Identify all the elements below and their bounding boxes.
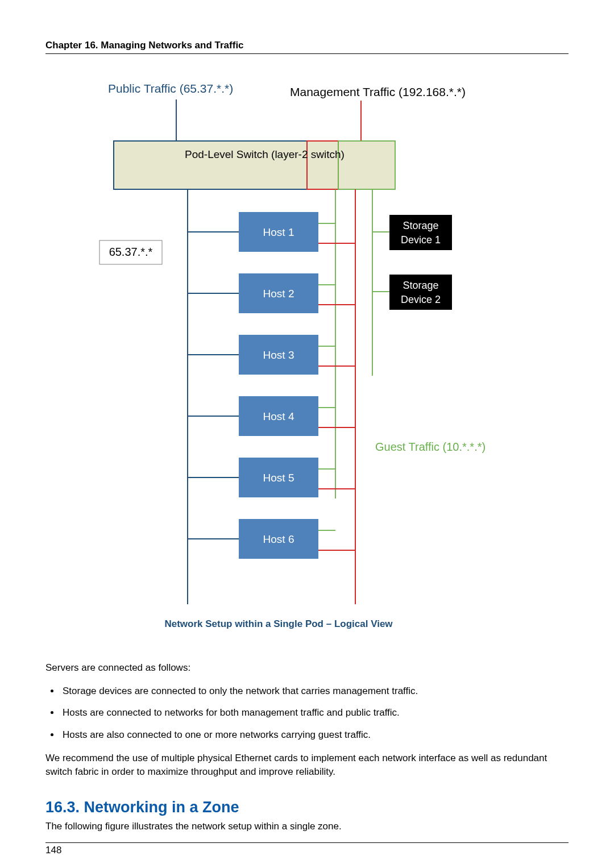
svg-text:Storage: Storage: [403, 280, 438, 291]
diagram-host-1: Host 1: [188, 212, 355, 252]
svg-rect-4: [338, 141, 395, 189]
list-item: Hosts are also connected to one or more …: [60, 728, 569, 742]
diagram-pod-switch: Pod-Level Switch (layer-2 switch): [114, 141, 395, 189]
diagram-storage-2: Storage Device 2: [372, 275, 452, 310]
diagram-host-3: Host 3: [188, 335, 355, 375]
diagram-host-2: Host 2: [188, 273, 355, 313]
body-recommendation: We recommend the use of multiple physica…: [45, 751, 569, 779]
list-item: Storage devices are connected to only th…: [60, 684, 569, 699]
diagram-caption: Network Setup within a Single Pod – Logi…: [164, 618, 393, 629]
section-heading: 16.3. Networking in a Zone: [45, 799, 569, 816]
diagram-public-ip-box: 65.37.*.*: [99, 240, 162, 264]
diagram-label-public: Public Traffic (65.37.*.*): [108, 82, 233, 95]
diagram-figure: Public Traffic (65.37.*.*) Management Tr…: [45, 76, 569, 644]
svg-text:Host 2: Host 2: [263, 288, 294, 300]
chapter-header: Chapter 16. Managing Networks and Traffi…: [45, 40, 569, 54]
diagram-label-guest: Guest Traffic (10.*.*.*): [375, 441, 486, 453]
body-intro: Servers are connected as follows:: [45, 661, 569, 675]
diagram-host-4: Host 4: [188, 396, 355, 436]
page-footer: 148: [45, 842, 569, 856]
list-item: Hosts are connected to networks for both…: [60, 706, 569, 720]
svg-text:Host 4: Host 4: [263, 410, 294, 422]
body-bullet-list: Storage devices are connected to only th…: [45, 684, 569, 742]
svg-text:Storage: Storage: [403, 220, 438, 231]
page-number: 148: [45, 845, 61, 855]
svg-text:Host 6: Host 6: [263, 533, 294, 545]
section-lead: The following figure illustrates the net…: [45, 820, 569, 834]
svg-text:Host 1: Host 1: [263, 226, 294, 238]
svg-text:65.37.*.*: 65.37.*.*: [109, 246, 153, 258]
diagram-host-5: Host 5: [188, 458, 355, 497]
diagram-storage-1: Storage Device 1: [372, 215, 452, 250]
svg-text:Host 5: Host 5: [263, 472, 294, 484]
diagram-switch-label: Pod-Level Switch (layer-2 switch): [185, 148, 345, 160]
diagram-label-management: Management Traffic (192.168.*.*): [290, 85, 466, 98]
svg-text:Device 2: Device 2: [401, 294, 441, 305]
svg-text:Host 3: Host 3: [263, 349, 294, 361]
svg-text:Device 1: Device 1: [401, 234, 441, 246]
diagram-host-6: Host 6: [188, 519, 355, 559]
